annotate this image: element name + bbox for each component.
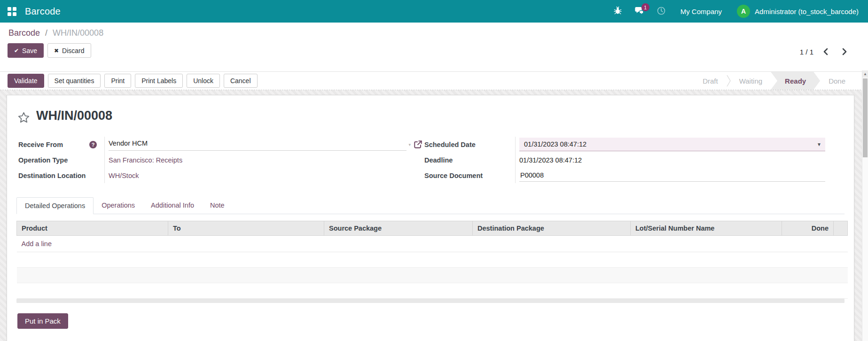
operation-type-label-text: Operation Type <box>18 156 68 164</box>
source-document-field: P00008 <box>516 168 825 183</box>
destination-location-label-text: Destination Location <box>18 172 86 179</box>
put-in-pack-button[interactable]: Put in Pack <box>17 313 68 329</box>
breadcrumb-current: WH/IN/00008 <box>53 28 103 38</box>
form-fields: Receive From ? Vendor HCM ▾ <box>16 137 845 183</box>
pager-next-button[interactable] <box>837 45 852 58</box>
column-header-source-package[interactable]: Source Package <box>324 221 473 236</box>
statusbar: Validate Set quantities Print Print Labe… <box>0 71 868 90</box>
apps-menu-icon[interactable] <box>8 7 16 16</box>
column-header-blank <box>834 221 848 236</box>
operation-type-field: San Francisco: Receipts <box>105 152 422 168</box>
statusbar-buttons: Validate Set quantities Print Print Labe… <box>8 74 258 88</box>
put-in-pack-container: Put in Pack <box>17 313 845 329</box>
status-step-waiting[interactable]: Waiting <box>731 72 771 90</box>
receive-from-value: Vendor HCM <box>109 140 148 147</box>
scheduled-date-value: 01/31/2023 08:47:12 <box>524 140 586 148</box>
app-name[interactable]: Barcode <box>25 6 61 17</box>
add-a-line-link[interactable]: Add a line <box>22 240 52 248</box>
notebook-tabs: Detailed Operations Operations Additiona… <box>16 197 845 214</box>
control-panel-buttons: ✔ Save ✖ Discard <box>8 43 860 58</box>
tab-note[interactable]: Note <box>202 197 233 214</box>
cancel-button[interactable]: Cancel <box>224 74 258 88</box>
destination-location-link[interactable]: WH/Stock <box>109 172 139 179</box>
source-document-input[interactable]: P00008 <box>519 169 825 182</box>
save-button-label: Save <box>22 47 37 54</box>
column-header-product[interactable]: Product <box>17 221 168 236</box>
destination-location-label: Destination Location <box>16 168 105 183</box>
control-panel: Barcode / WH/IN/00008 ✔ Save ✖ Discard 1… <box>0 23 868 71</box>
source-document-value: P00008 <box>520 171 544 179</box>
activities-menu-button[interactable] <box>650 0 672 23</box>
set-quantities-button[interactable]: Set quantities <box>48 74 101 88</box>
barcode-app-screen: Barcode <box>0 0 868 341</box>
favorite-star-icon[interactable] <box>17 111 30 124</box>
scheduled-date-field: 01/31/2023 08:47:12 ▼ <box>516 137 825 152</box>
unlock-button[interactable]: Unlock <box>187 74 220 88</box>
user-menu[interactable]: A Administrator (to_stock_barcode) <box>730 5 860 18</box>
deadline-label: Deadline <box>422 152 516 168</box>
scheduled-date-label: Scheduled Date <box>422 137 516 152</box>
deadline-value: 01/31/2023 08:47:12 <box>519 156 582 164</box>
column-header-done[interactable]: Done <box>782 221 834 236</box>
scrollbar-thumb[interactable] <box>863 78 868 157</box>
operation-type-link[interactable]: San Francisco: Receipts <box>109 156 182 164</box>
message-count-badge: 1 <box>641 3 649 11</box>
print-button[interactable]: Print <box>104 74 131 88</box>
check-icon: ✔ <box>14 47 19 54</box>
receive-from-label: Receive From ? <box>16 137 105 152</box>
detailed-operations-table: Product To Source Package Destination Pa… <box>16 221 848 299</box>
receive-from-field: Vendor HCM ▾ <box>105 137 422 152</box>
receive-from-input[interactable]: Vendor HCM <box>109 139 407 151</box>
datepicker-caret-icon[interactable]: ▼ <box>817 142 821 147</box>
column-header-to[interactable]: To <box>168 221 324 236</box>
pager: 1 / 1 <box>800 45 852 58</box>
title-row: WH/IN/00008 <box>17 108 845 124</box>
print-labels-button[interactable]: Print Labels <box>135 74 183 88</box>
column-header-lot-serial[interactable]: Lot/Serial Number Name <box>631 221 782 236</box>
navbar-right: 1 My Company A Administrator (to_stock_b… <box>607 0 860 23</box>
form-sheet: WH/IN/00008 Receive From ? Vendor HCM ▾ <box>7 95 854 341</box>
destination-location-field: WH/Stock <box>105 168 422 183</box>
status-step-draft[interactable]: Draft <box>694 72 727 90</box>
external-link-icon[interactable] <box>414 140 422 149</box>
table-header-row: Product To Source Package Destination Pa… <box>17 221 848 236</box>
messages-menu-button[interactable]: 1 <box>628 0 650 23</box>
status-step-ready[interactable]: Ready <box>771 72 820 90</box>
record-title: WH/IN/00008 <box>36 108 112 123</box>
receive-from-label-text: Receive From <box>18 141 63 148</box>
breadcrumb: Barcode / WH/IN/00008 <box>8 28 860 38</box>
status-steps: Draft Waiting Ready Done <box>694 72 854 90</box>
company-switcher[interactable]: My Company <box>672 8 730 16</box>
scheduled-date-input[interactable]: 01/31/2023 08:47:12 ▼ <box>519 138 825 151</box>
deadline-field: 01/31/2023 08:47:12 <box>516 152 825 168</box>
vertical-scrollbar[interactable]: ▲ <box>862 70 868 341</box>
form-group-left: Receive From ? Vendor HCM ▾ <box>16 137 422 183</box>
tab-additional-info[interactable]: Additional Info <box>143 197 202 214</box>
source-document-label-text: Source Document <box>424 172 483 179</box>
breadcrumb-separator: / <box>45 28 47 38</box>
chevron-separator-icon <box>727 75 731 87</box>
scrollbar-up-arrow[interactable]: ▲ <box>862 70 868 78</box>
dropdown-caret-icon[interactable]: ▾ <box>408 142 411 147</box>
table-horizontal-scrollbar[interactable] <box>16 299 845 303</box>
pager-previous-button[interactable] <box>818 45 833 58</box>
discard-button[interactable]: ✖ Discard <box>47 43 91 58</box>
breadcrumb-barcode-link[interactable]: Barcode <box>8 28 40 38</box>
column-header-destination-package[interactable]: Destination Package <box>473 221 631 236</box>
user-name: Administrator (to_stock_barcode) <box>755 8 859 16</box>
save-button[interactable]: ✔ Save <box>8 43 44 58</box>
validate-button[interactable]: Validate <box>8 74 44 88</box>
bug-icon <box>613 6 622 16</box>
tab-operations[interactable]: Operations <box>94 197 143 214</box>
debug-menu-button[interactable] <box>607 0 628 23</box>
scheduled-date-label-text: Scheduled Date <box>424 141 476 148</box>
x-icon: ✖ <box>54 47 59 54</box>
help-icon[interactable]: ? <box>89 141 97 148</box>
status-step-done[interactable]: Done <box>820 72 854 90</box>
form-group-right: Scheduled Date 01/31/2023 08:47:12 ▼ Dea… <box>422 137 845 183</box>
empty-row <box>17 268 848 283</box>
pager-count: 1 / 1 <box>800 48 813 56</box>
form-view-background: WH/IN/00008 Receive From ? Vendor HCM ▾ <box>0 90 868 341</box>
empty-row <box>17 283 848 299</box>
tab-detailed-operations[interactable]: Detailed Operations <box>16 197 94 214</box>
